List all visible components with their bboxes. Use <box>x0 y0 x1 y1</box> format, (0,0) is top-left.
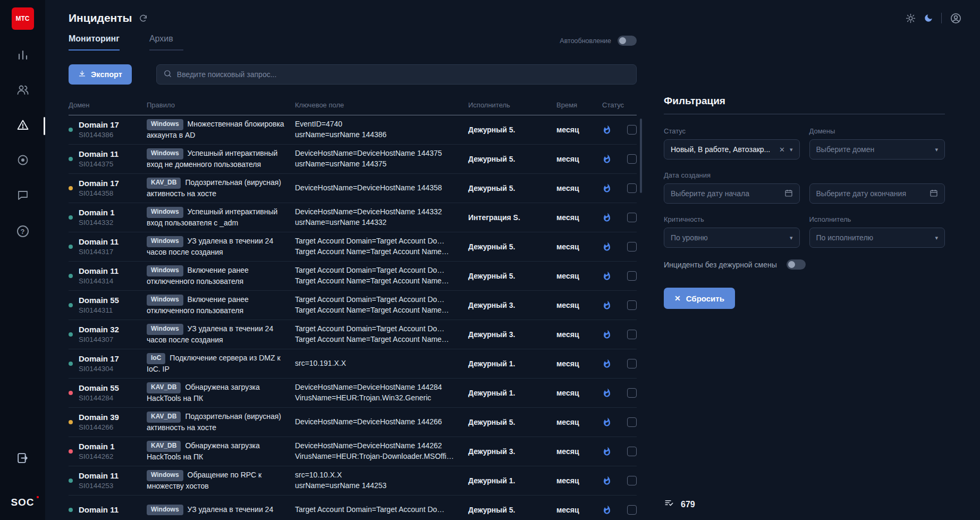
table-row[interactable]: Domain 11 WindowsУЗ удалена в течении 24… <box>69 496 637 520</box>
table-row[interactable]: Domain 1 SI0144332 WindowsУспешный интер… <box>69 203 637 232</box>
row-time: месяц <box>556 125 602 134</box>
fire-status-icon[interactable] <box>602 417 620 427</box>
fire-status-icon[interactable] <box>602 388 620 398</box>
sidebar-item-incidents[interactable] <box>0 118 45 134</box>
row-incident-id: SI0144317 <box>79 247 147 257</box>
sidebar-item-users[interactable] <box>0 83 45 99</box>
user-profile-icon[interactable] <box>950 12 962 24</box>
table-row[interactable]: Domain 17 SI0144386 WindowsМножественная… <box>69 115 637 145</box>
export-button[interactable]: Экспорт <box>69 64 132 85</box>
fire-status-icon[interactable] <box>602 447 620 456</box>
table-row[interactable]: Domain 11 SI0144253 WindowsОбращение по … <box>69 466 637 496</box>
row-checkbox[interactable] <box>627 330 637 339</box>
dark-theme-moon-icon[interactable] <box>924 13 933 23</box>
row-checkbox[interactable] <box>627 154 637 164</box>
row-key-field: src=10.10.X.XusrName=usrName 144253 <box>295 470 468 491</box>
table-row[interactable]: Domain 11 SI0144314 WindowsВключение ран… <box>69 262 637 291</box>
row-checkbox[interactable] <box>627 300 637 310</box>
sidebar-item-help[interactable]: ? <box>0 223 45 239</box>
table-row[interactable]: Domain 17 SI0144358 KAV_DBПодозрительная… <box>69 174 637 203</box>
row-checkbox[interactable] <box>627 505 637 515</box>
row-checkbox[interactable] <box>627 271 637 281</box>
row-time: месяц <box>556 506 602 514</box>
row-checkbox[interactable] <box>627 242 637 251</box>
fire-status-icon[interactable] <box>602 213 620 222</box>
rule-source-badge: Windows <box>147 119 183 130</box>
row-incident-id: SI0144266 <box>79 423 147 432</box>
autorefresh-group: Автообновление <box>560 36 637 49</box>
sidebar-item-dashboard[interactable] <box>0 48 45 64</box>
row-checkbox[interactable] <box>627 359 637 368</box>
row-domain: Domain 11 <box>79 471 147 481</box>
sidebar-item-monitoring[interactable] <box>0 153 45 169</box>
logout-icon[interactable] <box>16 451 29 467</box>
row-key-field: Target Account Domain=Target Account Do…… <box>295 324 468 345</box>
severity-dot <box>69 245 73 249</box>
row-time: месяц <box>556 184 602 192</box>
row-key-field: DeviceHostName=DeviceHostName 144284Viru… <box>295 382 468 403</box>
fire-status-icon[interactable] <box>602 330 620 339</box>
fire-status-icon[interactable] <box>602 242 620 251</box>
table-row[interactable]: Domain 32 SI0144307 WindowsУЗ удалена в … <box>69 320 637 349</box>
table-row[interactable]: Domain 55 SI0144284 KAV_DBОбнаружена заг… <box>69 379 637 408</box>
row-executor: Дежурный 1. <box>468 389 556 397</box>
table-row[interactable]: Domain 11 SI0144317 WindowsУЗ удалена в … <box>69 232 637 262</box>
sidebar-item-chat[interactable] <box>0 188 45 204</box>
row-checkbox[interactable] <box>627 447 637 456</box>
fire-status-icon[interactable] <box>602 125 620 135</box>
severity-dot <box>69 303 73 307</box>
row-domain: Domain 17 <box>79 178 147 189</box>
row-checkbox[interactable] <box>627 476 637 485</box>
fire-status-icon[interactable] <box>602 505 620 515</box>
alert-triangle-icon <box>16 119 29 133</box>
light-theme-sun-icon[interactable] <box>906 13 916 23</box>
table-row[interactable]: Domain 55 SI0144311 WindowsВключение ран… <box>69 291 637 320</box>
reset-filters-button[interactable]: ✕ Сбросить <box>664 288 735 309</box>
autorefresh-toggle[interactable] <box>618 36 637 46</box>
tab-monitoring[interactable]: Мониторинг <box>69 34 120 51</box>
column-header-time: Время <box>556 101 602 109</box>
no-shift-toggle[interactable] <box>787 259 806 270</box>
row-checkbox[interactable] <box>627 388 637 398</box>
fire-status-icon[interactable] <box>602 183 620 193</box>
table-row[interactable]: Domain 1 SI0144262 KAV_DBОбнаружена загр… <box>69 437 637 466</box>
fire-status-icon[interactable] <box>602 300 620 310</box>
incident-count-footer: 679 <box>664 499 945 510</box>
severity-dot <box>69 391 73 395</box>
table-scrollbar[interactable] <box>640 119 642 193</box>
filter-status-group: Статус Новый, В работе, Автозакр... ✕ ▾ <box>664 127 800 160</box>
row-domain: Domain 1 <box>79 207 147 218</box>
table-row[interactable]: Domain 11 SI0144375 WindowsУспешный инте… <box>69 145 637 174</box>
row-domain: Domain 55 <box>79 383 147 393</box>
page-title: Инциденты <box>69 12 132 24</box>
no-shift-label: Инциденты без дежурной смены <box>664 261 777 269</box>
executor-select[interactable]: По исполнителю ▾ <box>809 228 945 248</box>
row-checkbox[interactable] <box>627 183 637 193</box>
refresh-icon[interactable] <box>139 14 148 23</box>
clear-icon: ✕ <box>674 294 681 303</box>
date-end-input[interactable]: Выберите дату окончания <box>809 183 945 204</box>
fire-status-icon[interactable] <box>602 154 620 164</box>
fire-status-icon[interactable] <box>602 271 620 281</box>
domains-select[interactable]: Выберите домен ▾ <box>809 139 945 160</box>
severity-select[interactable]: По уровню ▾ <box>664 228 800 248</box>
date-start-input[interactable]: Выберите дату начала <box>664 183 800 204</box>
status-select[interactable]: Новый, В работе, Автозакр... ✕ ▾ <box>664 139 800 160</box>
tab-archive[interactable]: Архив <box>149 34 183 51</box>
fire-status-icon[interactable] <box>602 359 620 368</box>
row-checkbox[interactable] <box>627 125 637 135</box>
row-checkbox[interactable] <box>627 213 637 222</box>
fire-status-icon[interactable] <box>602 476 620 485</box>
table-row[interactable]: Domain 17 SI0144304 IoCПодключение серве… <box>69 349 637 379</box>
row-checkbox[interactable] <box>627 417 637 427</box>
severity-dot <box>69 274 73 278</box>
filter-status-label: Статус <box>664 127 800 135</box>
severity-dot <box>69 215 73 220</box>
severity-dot <box>69 362 73 366</box>
filter-severity-group: Критичность По уровню ▾ <box>664 215 800 248</box>
rule-source-badge: KAV_DB <box>147 178 181 189</box>
status-clear-icon[interactable]: ✕ <box>779 146 785 154</box>
table-row[interactable]: Domain 39 SI0144266 KAV_DBПодозрительная… <box>69 408 637 437</box>
search-input[interactable] <box>177 70 630 79</box>
filter-panel-title: Фильтрация <box>664 95 945 114</box>
